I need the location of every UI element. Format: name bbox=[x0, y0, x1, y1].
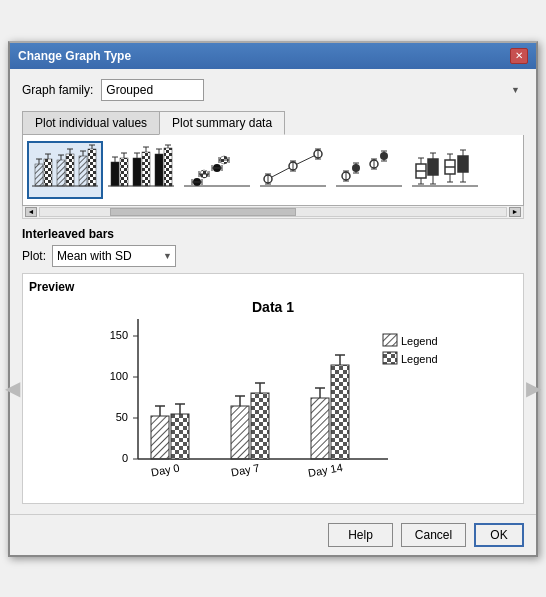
preview-nav-left[interactable]: ◀ bbox=[5, 376, 20, 400]
svg-rect-117 bbox=[458, 156, 468, 172]
svg-text:Legend: Legend bbox=[401, 335, 438, 347]
chart-types-container bbox=[22, 135, 524, 206]
chart-type-5[interactable] bbox=[331, 141, 407, 199]
preview-section: Preview ◀ ▶ Da bbox=[22, 273, 524, 504]
svg-rect-34 bbox=[133, 158, 141, 186]
scroll-track-inner bbox=[39, 207, 507, 217]
tabs-row: Plot individual values Plot summary data bbox=[22, 111, 524, 135]
svg-text:50: 50 bbox=[116, 411, 128, 423]
svg-rect-31 bbox=[120, 158, 128, 186]
plot-select[interactable]: Mean with SD Mean with SEM Mean with 95%… bbox=[52, 245, 176, 267]
svg-text:150: 150 bbox=[110, 329, 128, 341]
svg-rect-139 bbox=[151, 416, 169, 459]
svg-text:Legend: Legend bbox=[401, 353, 438, 365]
title-bar: Change Graph Type ✕ bbox=[10, 43, 536, 69]
help-button[interactable]: Help bbox=[328, 523, 393, 547]
dialog-body: Graph family: Grouped XY Survival Parts … bbox=[10, 69, 536, 514]
svg-text:Day 7: Day 7 bbox=[230, 461, 260, 478]
svg-rect-153 bbox=[311, 398, 329, 459]
svg-rect-40 bbox=[155, 154, 163, 186]
graph-family-select-wrapper: Grouped XY Survival Parts of whole Multi… bbox=[101, 79, 524, 101]
svg-rect-142 bbox=[171, 414, 189, 459]
dialog-title: Change Graph Type bbox=[18, 49, 131, 63]
chart-type-6[interactable] bbox=[407, 141, 483, 199]
scroll-right-btn[interactable]: ► bbox=[509, 207, 521, 217]
svg-rect-106 bbox=[428, 159, 438, 175]
svg-rect-37 bbox=[142, 152, 150, 186]
graph-family-select[interactable]: Grouped XY Survival Parts of whole Multi… bbox=[101, 79, 204, 101]
tab-summary[interactable]: Plot summary data bbox=[159, 111, 285, 135]
svg-rect-5 bbox=[35, 164, 43, 186]
chart-types-area: ◄ ► bbox=[22, 135, 524, 219]
svg-rect-20 bbox=[88, 149, 96, 186]
svg-rect-28 bbox=[111, 162, 119, 186]
svg-rect-17 bbox=[79, 156, 87, 186]
tab-individual[interactable]: Plot individual values bbox=[22, 111, 160, 135]
svg-text:Day 14: Day 14 bbox=[307, 461, 343, 479]
plot-row: Plot: Mean with SD Mean with SEM Mean wi… bbox=[22, 245, 524, 267]
dialog-footer: Help Cancel OK bbox=[10, 514, 536, 555]
svg-rect-162 bbox=[383, 352, 397, 364]
chart-type-3[interactable] bbox=[179, 141, 255, 199]
svg-text:100: 100 bbox=[110, 370, 128, 382]
chart-type-interleaved-bars[interactable] bbox=[27, 141, 103, 199]
svg-rect-11 bbox=[57, 160, 65, 186]
svg-text:0: 0 bbox=[122, 452, 128, 464]
section-title: Interleaved bars bbox=[22, 227, 524, 241]
scroll-thumb[interactable] bbox=[110, 208, 296, 216]
svg-rect-149 bbox=[251, 393, 269, 459]
cancel-button[interactable]: Cancel bbox=[401, 523, 466, 547]
scroll-track: ◄ ► bbox=[22, 206, 524, 219]
svg-text:Day 0: Day 0 bbox=[150, 461, 180, 478]
preview-chart: Data 1 0 50 100 150 bbox=[29, 294, 517, 494]
chart-type-2[interactable] bbox=[103, 141, 179, 199]
close-button[interactable]: ✕ bbox=[510, 48, 528, 64]
preview-nav-right[interactable]: ▶ bbox=[526, 376, 541, 400]
svg-rect-156 bbox=[331, 365, 349, 459]
plot-select-wrapper: Mean with SD Mean with SEM Mean with 95%… bbox=[52, 245, 176, 267]
ok-button[interactable]: OK bbox=[474, 523, 524, 547]
graph-family-label: Graph family: bbox=[22, 83, 93, 97]
chart-type-4[interactable] bbox=[255, 141, 331, 199]
svg-rect-8 bbox=[44, 159, 52, 186]
svg-rect-160 bbox=[383, 334, 397, 346]
svg-rect-43 bbox=[164, 148, 172, 186]
svg-rect-14 bbox=[66, 154, 74, 186]
svg-text:Data 1: Data 1 bbox=[252, 299, 294, 315]
scroll-left-btn[interactable]: ◄ bbox=[25, 207, 37, 217]
preview-label: Preview bbox=[29, 280, 74, 294]
plot-label: Plot: bbox=[22, 249, 46, 263]
svg-rect-146 bbox=[231, 406, 249, 459]
graph-family-row: Graph family: Grouped XY Survival Parts … bbox=[22, 79, 524, 101]
change-graph-type-dialog: Change Graph Type ✕ Graph family: Groupe… bbox=[8, 41, 538, 557]
